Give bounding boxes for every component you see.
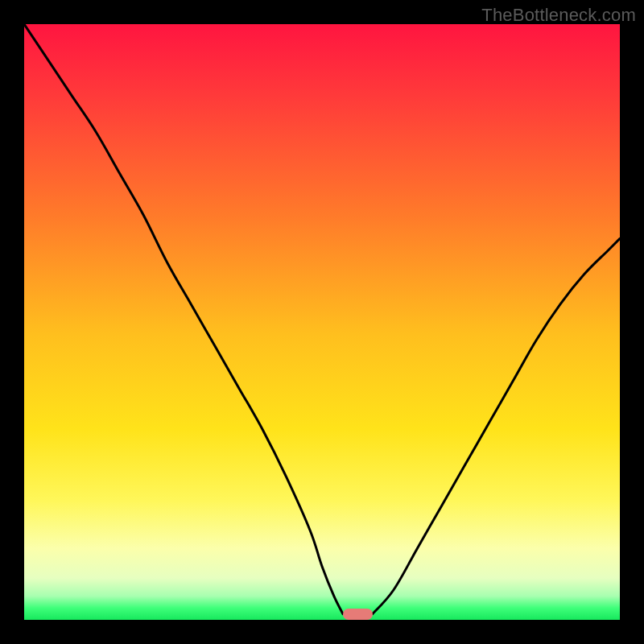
optimal-marker bbox=[343, 609, 373, 620]
curve-left-branch bbox=[24, 24, 343, 614]
plot-frame bbox=[24, 24, 620, 620]
curve-right-branch bbox=[373, 238, 620, 613]
watermark-text: TheBottleneck.com bbox=[481, 5, 636, 26]
bottleneck-curve bbox=[24, 24, 620, 620]
